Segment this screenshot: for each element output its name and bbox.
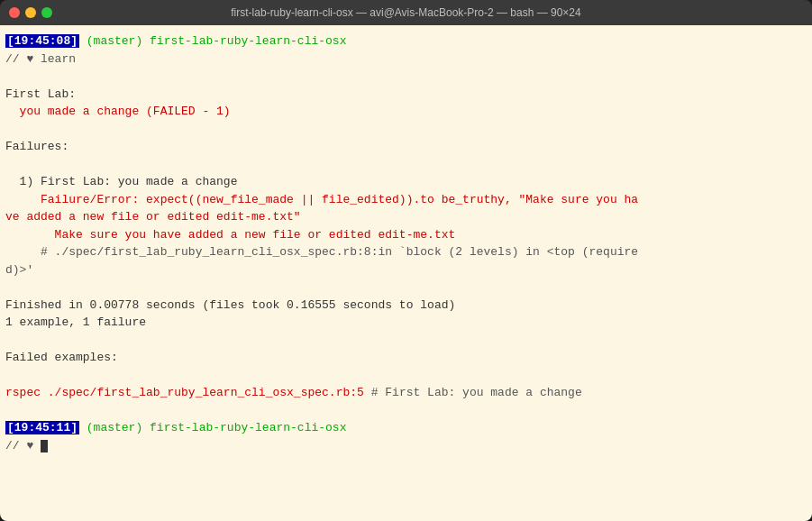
terminal-line: // ♥ xyxy=(5,437,807,455)
terminal-line: 1 example, 1 failure xyxy=(5,314,807,332)
timestamp: [19:45:08] xyxy=(5,34,79,48)
terminal-line xyxy=(5,121,807,139)
terminal-line: [19:45:11] (master) first-lab-ruby-learn… xyxy=(5,419,807,437)
terminal-line: Failure/Error: expect((new_file_made || … xyxy=(5,191,807,209)
terminal-line: rspec ./spec/first_lab_ruby_learn_cli_os… xyxy=(5,384,807,402)
terminal-line xyxy=(5,367,807,385)
minimize-button[interactable] xyxy=(25,7,36,18)
cursor xyxy=(41,440,48,452)
terminal-line xyxy=(5,279,807,297)
terminal-line: ve added a new file or edited edit-me.tx… xyxy=(5,208,807,226)
title-bar: first-lab-ruby-learn-cli-osx — avi@Avis-… xyxy=(0,0,812,25)
terminal-window: first-lab-ruby-learn-cli-osx — avi@Avis-… xyxy=(0,0,812,521)
maximize-button[interactable] xyxy=(41,7,52,18)
terminal-line: d)>' xyxy=(5,261,807,279)
terminal-line: Finished in 0.00778 seconds (files took … xyxy=(5,297,807,315)
window-title: first-lab-ruby-learn-cli-osx — avi@Avis-… xyxy=(231,6,580,19)
terminal-line: # ./spec/first_lab_ruby_learn_cli_osx_sp… xyxy=(5,243,807,261)
terminal-line: // ♥ learn xyxy=(5,50,807,69)
traffic-lights xyxy=(9,7,52,18)
terminal-line: [19:45:08] (master) first-lab-ruby-learn… xyxy=(5,32,807,50)
timestamp: [19:45:11] xyxy=(5,421,79,434)
terminal-line: Failures: xyxy=(5,138,807,156)
terminal-line: Make sure you have added a new file or e… xyxy=(5,226,807,244)
terminal-line: First Lab: xyxy=(5,86,807,104)
terminal-line: you made a change (FAILED - 1) xyxy=(5,103,807,121)
terminal-line xyxy=(5,156,807,174)
close-button[interactable] xyxy=(9,7,20,18)
terminal-line: 1) First Lab: you made a change xyxy=(5,173,807,191)
terminal-line xyxy=(5,332,807,350)
terminal-body[interactable]: [19:45:08] (master) first-lab-ruby-learn… xyxy=(0,25,812,521)
terminal-line xyxy=(5,68,807,86)
terminal-line xyxy=(5,402,807,420)
terminal-line: Failed examples: xyxy=(5,349,807,367)
